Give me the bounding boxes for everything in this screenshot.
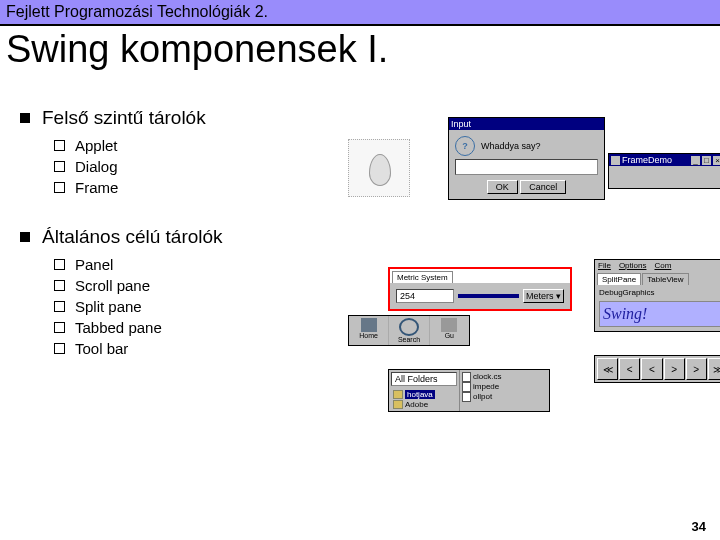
list-item: Dialog [75,158,118,175]
prev-button[interactable]: < [619,358,640,380]
cancel-button[interactable]: Cancel [520,180,566,194]
section-heading: Felső szintű tárolók [42,107,206,129]
toolbar-buttons: ≪ < < > > ≫ [594,355,720,383]
swing-label: Swing! [599,301,720,327]
fwd-button[interactable]: > [664,358,685,380]
subbullet-icon [54,322,65,333]
java-icon [611,156,620,165]
illustration-column: Input ? Whaddya say? OK Cancel FrameDemo… [378,79,700,359]
subbullet-icon [54,280,65,291]
search-icon[interactable] [399,318,419,336]
value-field[interactable]: 254 [396,289,454,303]
chevron-down-icon: ▾ [556,291,561,301]
text-column: Felső szintű tárolók Applet Dialog Frame… [20,79,360,359]
folders-combo[interactable]: All Folders [391,372,457,386]
minimize-button[interactable]: _ [691,156,700,165]
list-item[interactable]: ollpot [462,392,547,402]
subbullet-icon [54,301,65,312]
next-button[interactable]: > [686,358,707,380]
menu-item[interactable]: File [598,261,611,270]
ok-button[interactable]: OK [487,180,518,194]
tab-tableview[interactable]: TableView [642,273,688,285]
dialog-title: Input [451,118,471,130]
toolbar-icons: Home Search Gu [348,315,470,346]
applet-illustration [348,139,410,197]
tab-metric[interactable]: Metric System [392,271,453,283]
menu-item[interactable]: Options [619,261,647,270]
tree-item[interactable]: hotjava [393,390,455,399]
menu-item[interactable]: Com [654,261,671,270]
close-button[interactable]: × [713,156,720,165]
list-item: Scroll pane [75,277,150,294]
unit-dropdown[interactable]: Meters ▾ [523,289,564,303]
tabbedpane-illustration: All Folders hotjava Adobe clock.cs imped… [388,369,550,412]
slider[interactable] [458,294,519,298]
list-item[interactable]: clock.cs [462,372,547,382]
section-heading: Általános célú tárolók [42,226,223,248]
bullet-icon [20,232,30,242]
panel-illustration: Metric System 254 Meters ▾ [388,267,572,311]
folder-icon [393,390,403,399]
file-icon [462,372,471,382]
subbullet-icon [54,161,65,172]
bullet-icon [20,113,30,123]
splitpane-illustration: File Options Com SplitPane TableView Deb… [594,259,720,332]
last-button[interactable]: ≫ [708,358,720,380]
frame-window: FrameDemo _ □ × [608,153,720,189]
file-icon [462,382,471,392]
subbullet-icon [54,140,65,151]
list-item: Split pane [75,298,142,315]
page-number: 34 [692,519,706,534]
list-item: Panel [75,256,113,273]
dialog-window: Input ? Whaddya say? OK Cancel [448,117,605,200]
home-icon[interactable] [361,318,377,332]
folder-icon [393,400,403,409]
subbullet-icon [54,259,65,270]
frame-title: FrameDemo [622,154,672,166]
debug-label: DebugGraphics [595,285,720,300]
subbullet-icon [54,343,65,354]
first-button[interactable]: ≪ [597,358,618,380]
question-icon: ? [455,136,475,156]
file-icon [462,392,471,402]
list-item[interactable]: impede [462,382,547,392]
slide-title: Swing komponensek I. [0,26,720,79]
maximize-button[interactable]: □ [702,156,711,165]
list-item: Frame [75,179,118,196]
list-item: Applet [75,137,118,154]
course-header: Fejlett Programozási Technológiák 2. [0,0,720,26]
tab-splitpane[interactable]: SplitPane [597,273,641,285]
list-item: Tool bar [75,340,128,357]
guide-icon[interactable] [441,318,457,332]
dialog-message: Whaddya say? [481,141,541,151]
back-button[interactable]: < [641,358,662,380]
tree-item[interactable]: Adobe [393,400,455,409]
subbullet-icon [54,182,65,193]
list-item: Tabbed pane [75,319,162,336]
